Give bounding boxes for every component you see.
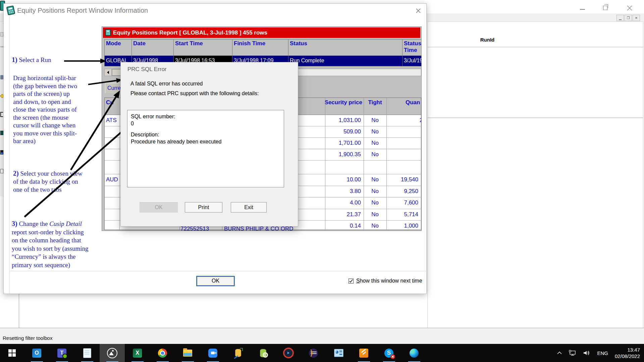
toolbar-icon[interactable]	[0, 131, 3, 135]
bg-close-icon[interactable]	[627, 5, 633, 11]
left-toolbar	[0, 22, 3, 196]
divider-line	[427, 118, 643, 118]
tab-currency-summary[interactable]: Curre	[105, 83, 121, 93]
taskbar-outlook-icon[interactable]: O	[24, 344, 49, 362]
error-badge	[390, 354, 395, 359]
runid-column-header[interactable]: RunId	[469, 37, 506, 43]
annotation-step3: 3) Change the Cusip Detail report sort-o…	[12, 220, 89, 269]
windows-logo-icon	[8, 349, 16, 357]
column-header-quantity[interactable]: Quan	[406, 99, 420, 106]
taskbar-sports-app-icon[interactable]	[351, 344, 376, 362]
divider-line	[427, 47, 643, 47]
client-border	[19, 292, 19, 328]
annotation-split-bar: Drag horizontal split-bar (the gap betwe…	[13, 74, 77, 145]
error-description-label: Description:	[131, 131, 280, 138]
taskbar-sql-tools-icon[interactable]	[225, 344, 251, 362]
column-header-start[interactable]: Start Time	[174, 40, 232, 56]
system-tray: ENG 13:47 02/08/2022	[557, 347, 644, 359]
step-number: 3)	[12, 220, 17, 227]
language-indicator[interactable]: ENG	[597, 350, 608, 356]
dialog-ok-button[interactable]: OK	[140, 202, 178, 213]
taskbar-chrome-icon[interactable]	[150, 344, 175, 362]
column-header-date[interactable]: Date	[132, 40, 174, 56]
annotation-step2: 2) Select your chosen view of the data b…	[13, 169, 83, 194]
taskbar-database-search-icon[interactable]	[251, 344, 276, 362]
bg-minimize-button[interactable]	[580, 9, 585, 10]
run-cell-status-time: 3/Jul/19	[402, 56, 422, 66]
tray-time: 13:47	[615, 347, 640, 353]
step-number: 1)	[12, 56, 17, 63]
inner-border	[9, 17, 10, 294]
calculator-icon	[105, 29, 111, 36]
mdi-minimize-button[interactable]: ▁	[616, 15, 624, 21]
toolbar-icon[interactable]	[0, 32, 3, 37]
chevron-up-icon[interactable]	[557, 351, 562, 355]
taskbar: O T X	[0, 344, 644, 362]
step-number: 2)	[13, 170, 19, 177]
info-window: Equity Positions Report Window Informati…	[3, 3, 427, 294]
error-detail-box: SQL error number: 0 Description: Procedu…	[127, 110, 284, 187]
restore-icon	[604, 4, 608, 8]
taskbar-file-explorer-icon[interactable]	[175, 344, 200, 362]
mdi-restore-button[interactable]: ❐	[625, 15, 632, 21]
column-header-security-price[interactable]: Security price	[319, 99, 362, 106]
ok-button[interactable]: OK	[196, 276, 235, 286]
column-header-status[interactable]: Status	[288, 40, 402, 56]
taskbar-teams-icon[interactable]: T	[49, 344, 74, 362]
app-status-bar: Resetting filter toolbox	[0, 328, 644, 344]
footer-divider	[9, 271, 427, 271]
start-button[interactable]	[0, 344, 24, 362]
toolbar-icon[interactable]	[0, 169, 3, 173]
taskbar-photos-icon[interactable]	[100, 344, 125, 362]
presence-badge	[62, 354, 67, 359]
client-border	[643, 22, 643, 328]
left-arrow-icon	[107, 71, 109, 74]
clock[interactable]: 13:47 02/08/2022	[615, 347, 640, 359]
status-text: Resetting filter toolbox	[3, 335, 52, 341]
taskbar-terminal-icon[interactable]	[276, 344, 301, 362]
report-title: Equity Positions Report [ GLOBAL, 3-Jul-…	[113, 29, 267, 36]
calculator-icon	[6, 5, 16, 16]
toolbar-icon[interactable]	[0, 46, 3, 47]
scroll-left-button[interactable]	[105, 69, 112, 76]
dialog-print-button[interactable]: Print	[185, 202, 222, 213]
taskbar-edge-icon[interactable]	[401, 344, 427, 362]
client-border	[427, 22, 428, 328]
tray-date: 02/08/2022	[615, 353, 640, 359]
bg-restore-button[interactable]	[603, 6, 607, 10]
mdi-close-button[interactable]: ✕	[633, 15, 640, 21]
taskbar-report-viewer-icon[interactable]	[326, 344, 351, 362]
taskbar-notepad-icon[interactable]	[74, 344, 100, 362]
toolbar-icon[interactable]	[0, 75, 3, 79]
check-icon	[349, 279, 353, 283]
report-title-bar: Equity Positions Report [ GLOBAL, 3-Jul-…	[103, 27, 420, 38]
column-header-finish[interactable]: Finish Time	[232, 40, 288, 56]
column-header-currency[interactable]: Cu	[106, 99, 114, 106]
column-header-status-time[interactable]: Status Time	[402, 40, 422, 56]
window-title: Equity Positions Report Window Informati…	[17, 7, 148, 14]
error-number-value: 0	[131, 120, 280, 127]
sql-error-dialog: PRC SQL Error A fatal SQL error has occu…	[120, 62, 298, 227]
annotation-step1: 1) Select a Run	[12, 56, 51, 64]
dialog-title: PRC SQL Error	[127, 66, 167, 73]
run-cell-status: Run Complete	[288, 56, 402, 66]
column-header-tight[interactable]: Tight	[364, 99, 386, 106]
toolbar-icon[interactable]	[0, 150, 3, 155]
show-next-time-checkbox[interactable]	[348, 279, 354, 284]
volume-icon[interactable]	[583, 350, 590, 356]
taskbar-skype-icon[interactable]: S	[376, 344, 401, 362]
taskbar-zoom-icon[interactable]	[200, 344, 225, 362]
dialog-message-1: A fatal SQL error has occurred	[130, 81, 203, 87]
error-description-value: Procedure has already been executed	[131, 138, 280, 145]
dialog-exit-button[interactable]: Exit	[231, 202, 267, 213]
close-icon[interactable]	[416, 8, 421, 13]
taskbar-excel-icon[interactable]: X	[125, 344, 150, 362]
mdi-window-buttons: ▁ ❐ ✕	[616, 15, 640, 21]
desktop: ▁ ❐ ✕ RunId Resetting filter toolbox	[0, 0, 644, 362]
toolbar-icon[interactable]	[0, 112, 3, 117]
checkbox-label[interactable]: Show this window next time	[356, 278, 422, 284]
network-icon[interactable]	[569, 350, 576, 356]
taskbar-eclipse-icon[interactable]	[301, 344, 326, 362]
column-header-mode[interactable]: Mode	[105, 40, 132, 56]
tab-label: Curre	[107, 85, 121, 91]
